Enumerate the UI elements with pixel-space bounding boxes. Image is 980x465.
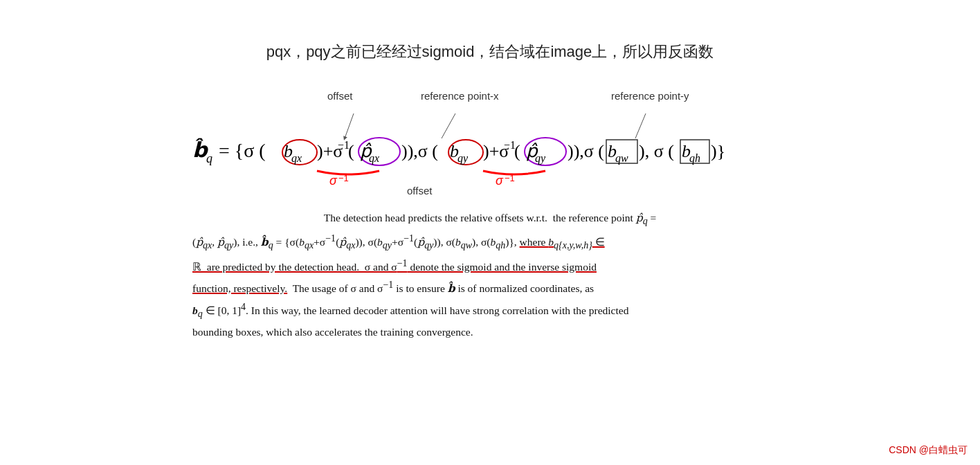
svg-text:)}: )} — [711, 141, 725, 161]
svg-text:qw: qw — [615, 152, 628, 165]
svg-text:)),σ (: )),σ ( — [568, 141, 604, 161]
svg-line-0 — [345, 113, 354, 138]
svg-text:qx: qx — [369, 152, 379, 165]
para-line2: (p̂qx, p̂qy), i.e., b̂q = {σ(bqx+σ−1(p̂q… — [192, 230, 788, 253]
svg-text:), σ (: ), σ ( — [639, 141, 674, 161]
label-offset-below-1: offset — [407, 185, 432, 197]
svg-line-1 — [442, 113, 455, 138]
svg-text:qy: qy — [457, 152, 469, 165]
svg-text:(: ( — [514, 141, 520, 161]
intro-text: pqx，pqy之前已经经过sigmoid，结合域在image上，所以用反函数 — [266, 42, 714, 62]
para-line1: The detection head predicts the relative… — [192, 209, 788, 229]
svg-text:)),σ (: )),σ ( — [401, 141, 438, 161]
para-line6: bounding boxes, which also accelerates t… — [192, 323, 788, 341]
svg-text:qy: qy — [535, 152, 546, 165]
math-formula-area: b̂ q = {σ ( b qx )+σ −1 ( p̂ qx )),σ ( — [179, 112, 801, 188]
svg-text:(: ( — [348, 141, 354, 161]
svg-text:qh: qh — [689, 152, 700, 165]
label-ref-y: reference point-y — [611, 90, 689, 102]
svg-text:−1: −1 — [505, 173, 515, 183]
label-ref-x: reference point-x — [421, 90, 499, 102]
svg-text:= {σ (: = {σ ( — [219, 140, 266, 161]
formula-section: offset reference point-x reference point… — [179, 90, 801, 202]
svg-line-2 — [635, 113, 646, 138]
svg-text:qx: qx — [291, 152, 302, 165]
svg-text:−1: −1 — [338, 173, 349, 183]
label-offset: offset — [327, 90, 352, 102]
formula-svg: b̂ q = {σ ( b qx )+σ −1 ( p̂ qx )),σ ( — [179, 112, 801, 188]
text-paragraph: The detection head predicts the relative… — [192, 209, 788, 343]
annotation-row-top: offset reference point-x reference point… — [179, 90, 801, 112]
below-annotation-row: offset — [179, 185, 801, 202]
para-line4: function, respectively. The usage of σ a… — [192, 277, 788, 298]
para-line5: bq ∈ [0, 1]4. In this way, the learned d… — [192, 299, 788, 322]
para-line3: ℝ are predicted by the detection head. σ… — [192, 255, 788, 276]
watermark: CSDN @白蜡虫可 — [889, 444, 968, 457]
svg-text:q: q — [206, 152, 212, 165]
